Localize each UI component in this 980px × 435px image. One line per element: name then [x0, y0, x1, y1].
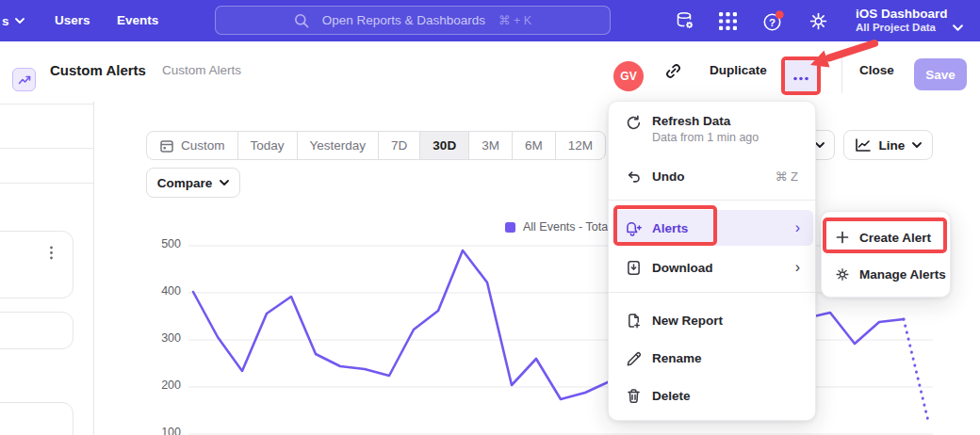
chevron-down-icon: [220, 180, 229, 185]
pencil-icon: [624, 350, 643, 366]
trash-icon: [624, 388, 643, 404]
range-custom[interactable]: Custom: [147, 132, 237, 159]
project-name: iOS Dashboard: [856, 7, 948, 21]
chevron-down-icon: [15, 18, 24, 24]
report-header: Custom Alerts Custom Alerts GV Duplicate…: [0, 41, 980, 99]
range-12m[interactable]: 12M: [555, 132, 605, 159]
query-card: [0, 312, 74, 349]
submenu-item-label: Create Alert: [859, 231, 931, 245]
menu-item-label: Refresh Data: [652, 114, 759, 128]
kebab-menu-icon[interactable]: [49, 246, 54, 264]
bell-plus-icon: [624, 220, 643, 236]
chart-line-projected: [904, 319, 928, 421]
new-report-icon: [624, 313, 643, 329]
breadcrumb: Custom Alerts: [162, 41, 241, 99]
submenu-chevron-icon: ›: [795, 220, 800, 235]
range-30d[interactable]: 30D: [419, 132, 468, 159]
range-7d[interactable]: 7D: [378, 132, 419, 159]
plus-icon: [835, 231, 850, 244]
nav-item-events[interactable]: Events: [117, 13, 158, 27]
svg-text:?: ?: [768, 16, 775, 27]
submenu-item-label: Manage Alerts: [859, 267, 946, 282]
menu-item-undo[interactable]: Undo ⌘ Z: [612, 157, 813, 195]
menu-item-label: Delete: [652, 389, 691, 403]
query-card: [0, 231, 74, 298]
left-panel-top-border: [0, 104, 93, 105]
project-switcher[interactable]: iOS Dashboard All Project Data: [856, 7, 948, 34]
left-panel-row-border: [0, 183, 93, 184]
search-placeholder: Open Reports & Dashboards: [322, 13, 485, 27]
menu-separator: [609, 200, 817, 201]
menu-item-refresh-data[interactable]: Refresh Data Data from 1 min ago: [612, 109, 813, 158]
refresh-icon: [624, 115, 643, 131]
menu-item-shortcut: ⌘ Z: [775, 169, 798, 184]
save-button[interactable]: Save: [914, 58, 967, 90]
query-card: [0, 402, 74, 435]
report-type-icon: [12, 68, 36, 91]
menu-item-sublabel: Data from 1 min ago: [652, 131, 759, 144]
close-button[interactable]: Close: [859, 63, 894, 77]
chevron-down-icon[interactable]: [953, 18, 963, 35]
page-title: Custom Alerts: [50, 41, 146, 99]
avatar[interactable]: GV: [613, 61, 644, 91]
submenu-item-create-alert[interactable]: Create Alert: [825, 219, 948, 255]
range-3m[interactable]: 3M: [468, 132, 512, 159]
nav-item-partial[interactable]: s: [2, 0, 24, 41]
menu-item-new-report[interactable]: New Report: [612, 301, 813, 339]
gear-icon: [835, 266, 850, 282]
link-icon: [664, 67, 682, 83]
menu-item-rename[interactable]: Rename: [612, 339, 813, 377]
line-chart-icon: [855, 137, 872, 153]
chevron-down-icon: [815, 142, 825, 148]
menu-item-label: Download: [652, 261, 713, 275]
undo-icon: [624, 169, 643, 185]
menu-item-label: Undo: [652, 169, 685, 184]
data-management-icon[interactable]: [672, 8, 698, 34]
range-today[interactable]: Today: [237, 132, 297, 159]
range-6m[interactable]: 6M: [512, 132, 555, 159]
duplicate-button[interactable]: Duplicate: [710, 63, 767, 77]
range-yesterday[interactable]: Yesterday: [297, 132, 379, 159]
menu-item-alerts[interactable]: Alerts ›: [612, 210, 813, 246]
menu-item-label: Rename: [652, 351, 702, 365]
menu-item-label: New Report: [652, 314, 723, 328]
date-range-control: Custom Today Yesterday 7D 30D 3M 6M 12M: [146, 131, 606, 160]
chevron-down-icon: [912, 142, 922, 148]
global-search[interactable]: Open Reports & Dashboards ⌘ + K: [215, 6, 611, 35]
search-icon: [294, 13, 309, 28]
menu-item-delete[interactable]: Delete: [612, 377, 813, 414]
header-divider: [841, 57, 842, 93]
project-scope: All Project Data: [856, 21, 948, 34]
search-shortcut: ⌘ + K: [498, 13, 531, 27]
ellipsis-icon: [792, 68, 809, 85]
help-icon[interactable]: ?: [760, 8, 786, 34]
top-navigation: s Users Events Open Reports & Dashboards…: [0, 0, 980, 41]
submenu-chevron-icon: ›: [795, 260, 800, 275]
alerts-submenu: Create Alert Manage Alerts: [821, 211, 951, 298]
compare-button[interactable]: Compare: [146, 168, 240, 198]
submenu-item-manage-alerts[interactable]: Manage Alerts: [825, 256, 948, 292]
more-options-button[interactable]: [784, 59, 818, 93]
download-icon: [624, 260, 643, 276]
settings-gear-icon[interactable]: [805, 8, 831, 34]
menu-separator: [609, 292, 817, 293]
share-link-button[interactable]: [664, 62, 683, 81]
menu-item-label: Alerts: [652, 221, 688, 235]
calendar-icon: [159, 138, 174, 153]
more-options-menu: Refresh Data Data from 1 min ago Undo ⌘ …: [608, 101, 816, 421]
menu-item-download[interactable]: Download ›: [612, 249, 813, 286]
apps-grid-icon[interactable]: [714, 8, 741, 34]
left-panel-row-border: [0, 148, 93, 149]
nav-item-users[interactable]: Users: [55, 13, 90, 27]
chart-type-button[interactable]: Line: [843, 130, 933, 160]
